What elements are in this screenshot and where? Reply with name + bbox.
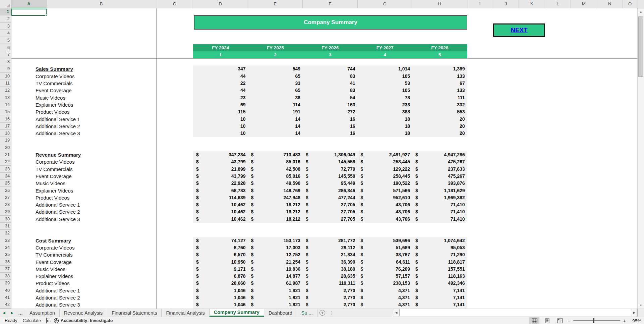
value-cell[interactable]: $247,948 bbox=[248, 194, 303, 201]
value-cell[interactable]: $43,799 bbox=[193, 158, 248, 165]
new-sheet-button[interactable]: + bbox=[317, 309, 328, 317]
row-header-13[interactable]: 13 bbox=[0, 94, 11, 101]
value-cell[interactable]: 20 bbox=[412, 130, 467, 137]
column-header-F[interactable]: F bbox=[303, 0, 358, 8]
value-cell[interactable]: $57,157 bbox=[358, 273, 413, 280]
value-cell[interactable]: $36,390 bbox=[303, 259, 358, 266]
value-cell[interactable]: 105 bbox=[358, 87, 413, 94]
row-label-cell[interactable]: Music Videos bbox=[36, 266, 146, 273]
value-cell[interactable]: $1,306,049 bbox=[303, 151, 358, 158]
value-cell[interactable]: $145,558 bbox=[303, 173, 358, 180]
row-label-cell[interactable]: Music Videos bbox=[36, 94, 146, 101]
value-cell[interactable]: 388 bbox=[358, 108, 413, 115]
value-cell[interactable]: 18 bbox=[358, 123, 413, 130]
value-cell[interactable]: $145,558 bbox=[303, 158, 358, 165]
column-header-E[interactable]: E bbox=[248, 0, 303, 8]
value-cell[interactable]: $71,290 bbox=[412, 251, 467, 258]
value-cell[interactable]: $2,770 bbox=[303, 287, 358, 294]
row-label-cell[interactable]: Additional Service 3 bbox=[36, 130, 146, 137]
value-cell[interactable]: 347 bbox=[193, 65, 248, 72]
vertical-scrollbar[interactable]: ▲ ▼ bbox=[637, 8, 644, 309]
row-label-cell[interactable]: Additional Service 3 bbox=[36, 216, 146, 223]
select-all-button[interactable] bbox=[0, 0, 11, 8]
value-cell[interactable]: $258,445 bbox=[358, 173, 413, 180]
value-cell[interactable]: $475,267 bbox=[412, 173, 467, 180]
value-cell[interactable]: 16 bbox=[303, 116, 358, 123]
row-header-25[interactable]: 25 bbox=[0, 180, 11, 187]
normal-view-icon[interactable] bbox=[529, 317, 539, 324]
value-cell[interactable]: 65 bbox=[248, 87, 303, 94]
row-label-cell[interactable]: Additional Service 3 bbox=[36, 301, 146, 308]
value-cell[interactable]: $18,212 bbox=[248, 216, 303, 223]
value-cell[interactable]: $61,987 bbox=[248, 280, 303, 287]
value-cell[interactable]: $10,462 bbox=[193, 208, 248, 215]
row-label-cell[interactable]: Event Coverage bbox=[36, 87, 146, 94]
column-header-G[interactable]: G bbox=[358, 0, 413, 8]
row-header-16[interactable]: 16 bbox=[0, 116, 11, 123]
value-cell[interactable]: $38,180 bbox=[303, 266, 358, 273]
row-label-cell[interactable]: TV Commercials bbox=[36, 251, 146, 258]
value-cell[interactable]: 78 bbox=[358, 94, 413, 101]
value-cell[interactable]: $238,153 bbox=[358, 280, 413, 287]
value-cell[interactable]: $71,410 bbox=[412, 201, 467, 208]
value-cell[interactable]: $43,706 bbox=[358, 208, 413, 215]
value-cell[interactable]: 549 bbox=[248, 65, 303, 72]
row-header-18[interactable]: 18 bbox=[0, 130, 11, 137]
value-cell[interactable]: $7,141 bbox=[412, 294, 467, 301]
row-label-cell[interactable]: Event Coverage bbox=[36, 173, 146, 180]
value-cell[interactable]: 114 bbox=[248, 101, 303, 108]
value-cell[interactable]: $347,234 bbox=[193, 151, 248, 158]
tab-scroll-right-icon[interactable]: ▶ bbox=[8, 309, 16, 317]
sheet-tab-su[interactable]: Su ... bbox=[297, 309, 317, 317]
row-label-cell[interactable]: Product Videos bbox=[36, 108, 146, 115]
value-cell[interactable]: $157,551 bbox=[412, 266, 467, 273]
value-cell[interactable]: $1,181,629 bbox=[412, 187, 467, 194]
value-cell[interactable]: $6,878 bbox=[193, 273, 248, 280]
value-cell[interactable]: $1,821 bbox=[248, 294, 303, 301]
row-header-22[interactable]: 22 bbox=[0, 158, 11, 165]
horizontal-scroll-track[interactable] bbox=[400, 309, 631, 316]
row-header-26[interactable]: 26 bbox=[0, 187, 11, 194]
value-cell[interactable]: $68,783 bbox=[193, 187, 248, 194]
value-cell[interactable]: $571,566 bbox=[358, 187, 413, 194]
zoom-slider-thumb[interactable] bbox=[593, 318, 594, 323]
value-cell[interactable]: $10,462 bbox=[193, 216, 248, 223]
value-cell[interactable]: $119,311 bbox=[303, 280, 358, 287]
row-header-6[interactable]: 6 bbox=[0, 44, 11, 51]
row-header-38[interactable]: 38 bbox=[0, 273, 11, 280]
value-cell[interactable]: $85,016 bbox=[248, 173, 303, 180]
row-label-cell[interactable]: Explainer Videos bbox=[36, 101, 146, 108]
row-header-27[interactable]: 27 bbox=[0, 194, 11, 201]
row-label-cell[interactable]: Corporate Videos bbox=[36, 244, 146, 251]
row-label-cell[interactable]: Product Videos bbox=[36, 194, 146, 201]
column-header-O[interactable]: O bbox=[623, 0, 637, 8]
column-header-I[interactable]: I bbox=[467, 0, 493, 8]
value-cell[interactable]: 16 bbox=[303, 130, 358, 137]
value-cell[interactable]: $95,053 bbox=[412, 244, 467, 251]
value-cell[interactable]: $6,570 bbox=[193, 251, 248, 258]
value-cell[interactable]: $1,074,642 bbox=[412, 237, 467, 244]
row-header-28[interactable]: 28 bbox=[0, 201, 11, 208]
value-cell[interactable]: 67 bbox=[412, 80, 467, 87]
value-cell[interactable]: $12,752 bbox=[248, 251, 303, 258]
status-calculate[interactable]: Calculate bbox=[23, 318, 41, 323]
row-header-19[interactable]: 19 bbox=[0, 137, 11, 144]
value-cell[interactable]: $18,212 bbox=[248, 208, 303, 215]
value-cell[interactable]: 20 bbox=[412, 116, 467, 123]
value-cell[interactable]: $22,928 bbox=[193, 180, 248, 187]
page-break-preview-icon[interactable] bbox=[555, 317, 565, 324]
row-label-cell[interactable]: TV Commercials bbox=[36, 80, 146, 87]
column-header-H[interactable]: H bbox=[412, 0, 467, 8]
value-cell[interactable]: $153,173 bbox=[248, 237, 303, 244]
horizontal-scrollbar[interactable]: ◀ ▶ bbox=[393, 309, 638, 316]
value-cell[interactable]: $190,522 bbox=[358, 180, 413, 187]
value-cell[interactable]: $27,705 bbox=[303, 216, 358, 223]
value-cell[interactable]: $28,635 bbox=[303, 273, 358, 280]
column-header-B[interactable]: B bbox=[47, 0, 156, 8]
value-cell[interactable]: $713,483 bbox=[248, 151, 303, 158]
value-cell[interactable]: 38 bbox=[248, 94, 303, 101]
row-header-34[interactable]: 34 bbox=[0, 244, 11, 251]
row-label-cell[interactable]: Explainer Videos bbox=[36, 187, 146, 194]
row-header-7[interactable]: 7 bbox=[0, 51, 11, 58]
tab-scroll-left-icon[interactable]: ◀ bbox=[0, 309, 8, 317]
